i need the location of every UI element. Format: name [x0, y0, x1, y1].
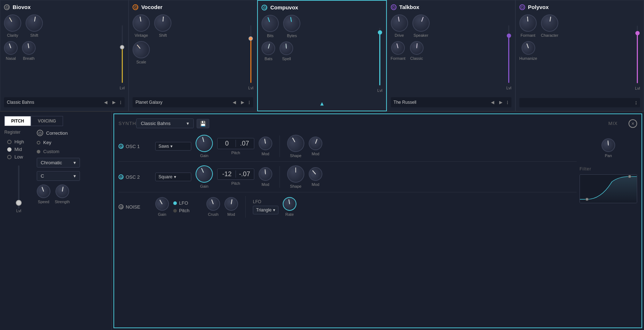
- osc2-power-icon[interactable]: ⏻: [118, 174, 124, 179]
- polyvox-settings-icon[interactable]: ⫶: [635, 100, 637, 106]
- save-preset-button[interactable]: 💾: [197, 119, 209, 128]
- lfo-toggle[interactable]: LFO: [173, 200, 202, 206]
- register-low[interactable]: Low: [7, 154, 33, 160]
- osc1-power-icon[interactable]: ⏻: [118, 144, 124, 149]
- osc1-type-dropdown[interactable]: Saws ▾: [155, 142, 191, 151]
- vocoder-settings-icon[interactable]: ⫶: [248, 99, 250, 105]
- pitch-lvl-track[interactable]: [18, 165, 19, 209]
- strength-knob[interactable]: [54, 183, 70, 199]
- vintage-knob[interactable]: [131, 13, 151, 33]
- osc1-fine[interactable]: .07: [238, 140, 251, 147]
- talkbox-next-btn[interactable]: ▶: [498, 99, 504, 106]
- osc1-semitone[interactable]: 0: [220, 140, 233, 147]
- compuvox-power-icon[interactable]: ⏻: [261, 5, 267, 10]
- vocoder-next-btn[interactable]: ▶: [240, 99, 246, 106]
- speed-knob-group[interactable]: Speed: [37, 184, 50, 204]
- formant-knob[interactable]: [390, 40, 407, 57]
- osc2-mod-knob[interactable]: [258, 166, 273, 181]
- character-knob[interactable]: [540, 13, 560, 33]
- synth-preset-dropdown[interactable]: Classic Bahns ▾: [136, 119, 194, 128]
- knob-formant-pv[interactable]: Formant: [519, 14, 537, 37]
- knob-vintage[interactable]: Vintage: [133, 14, 150, 37]
- knob-nasal[interactable]: Nasal: [4, 41, 18, 61]
- knob-drive[interactable]: Drive: [391, 14, 408, 37]
- knob-character[interactable]: Character: [541, 14, 558, 37]
- tab-voicing[interactable]: VOICING: [31, 116, 63, 126]
- key-dropdown[interactable]: C ▾: [37, 171, 80, 181]
- osc2-semitone[interactable]: -12: [220, 170, 233, 178]
- vocoder-lvl-slider[interactable]: [250, 25, 251, 83]
- noise-power-icon[interactable]: ⏻: [118, 204, 124, 209]
- correction-power-icon[interactable]: ⏻: [37, 130, 43, 136]
- vocoder-power-icon[interactable]: ⏻: [133, 4, 138, 10]
- drive-knob[interactable]: [389, 13, 410, 33]
- filter-display[interactable]: [580, 174, 637, 203]
- talkbox-lvl-slider[interactable]: [508, 25, 509, 83]
- osc2-gain-knob[interactable]: [193, 162, 216, 186]
- knob-breath[interactable]: Breath: [22, 41, 36, 61]
- bits-knob[interactable]: [259, 12, 282, 35]
- custom-radio-dot[interactable]: [37, 150, 40, 153]
- osc2-shape-mod-knob[interactable]: [306, 164, 325, 184]
- chromatic-dropdown[interactable]: Chromatic ▾: [37, 158, 80, 168]
- register-mid[interactable]: Mid: [7, 147, 33, 152]
- classic-knob[interactable]: [409, 40, 424, 55]
- compuvox-lvl-slider[interactable]: [379, 28, 380, 85]
- osc1-gain-knob[interactable]: [194, 133, 215, 154]
- humanize-knob[interactable]: [519, 39, 537, 57]
- knob-spell[interactable]: Spell: [279, 41, 293, 61]
- compuvox-expand-icon[interactable]: ▲: [319, 101, 325, 107]
- breath-knob[interactable]: [21, 40, 37, 56]
- lfo-type-dropdown[interactable]: Triangle ▾: [253, 206, 278, 214]
- scale-knob[interactable]: [129, 37, 153, 62]
- osc1-shape-mod-knob[interactable]: [307, 135, 325, 152]
- noise-rate-knob[interactable]: [282, 196, 298, 212]
- osc2-type-dropdown[interactable]: Square ▾: [155, 173, 191, 181]
- knob-clarity[interactable]: Clarity: [4, 14, 21, 37]
- biovox-next-btn[interactable]: ▶: [111, 99, 117, 106]
- polyvox-lvl-slider[interactable]: [637, 26, 638, 83]
- biovox-settings-icon[interactable]: ⫶: [119, 99, 122, 105]
- biovox-prev-btn[interactable]: ◀: [103, 99, 109, 106]
- talkbox-settings-icon[interactable]: ⫶: [506, 99, 509, 105]
- noise-crush-knob[interactable]: [205, 195, 222, 213]
- pitch-toggle[interactable]: Pitch: [173, 208, 202, 213]
- formant-pv-knob[interactable]: [519, 14, 537, 32]
- clarity-knob[interactable]: [1, 11, 24, 35]
- pitch-lvl-thumb[interactable]: [16, 200, 22, 206]
- tab-pitch[interactable]: PITCH: [4, 116, 31, 126]
- knob-shift[interactable]: Shift: [26, 14, 43, 37]
- knob-bats[interactable]: Bats: [261, 41, 275, 61]
- knob-speaker[interactable]: Speaker: [412, 14, 430, 37]
- polyvox-power-icon[interactable]: ⏻: [519, 4, 525, 10]
- osc1-shape-knob[interactable]: [284, 131, 308, 155]
- register-high[interactable]: High: [7, 139, 33, 144]
- biovox-power-icon[interactable]: ⏻: [4, 4, 10, 10]
- nasal-knob[interactable]: [2, 39, 20, 57]
- osc2-fine[interactable]: -.07: [238, 170, 251, 178]
- vocoder-prev-btn[interactable]: ◀: [231, 99, 237, 106]
- noise-gain-knob[interactable]: [153, 195, 171, 213]
- noise-mod-knob[interactable]: [223, 196, 239, 212]
- speed-knob[interactable]: [35, 183, 53, 200]
- vocoder-shift-knob[interactable]: [153, 14, 172, 32]
- osc2-shape-knob[interactable]: [287, 165, 304, 183]
- talkbox-power-icon[interactable]: ⏻: [391, 4, 397, 10]
- spell-knob[interactable]: [279, 41, 294, 55]
- osc1-mod-knob[interactable]: [258, 135, 273, 151]
- bytes-knob[interactable]: [282, 13, 302, 34]
- knob-humanize[interactable]: Humanize: [519, 41, 537, 61]
- shift-knob[interactable]: [24, 13, 44, 33]
- biovox-lvl-slider[interactable]: [122, 25, 123, 83]
- speaker-knob[interactable]: [410, 12, 432, 34]
- knob-scale[interactable]: Scale: [133, 41, 150, 64]
- knob-formant[interactable]: Formant: [391, 41, 406, 61]
- knob-classic[interactable]: Classic: [410, 41, 424, 61]
- talkbox-prev-btn[interactable]: ◀: [489, 99, 496, 106]
- knob-vocoder-shift[interactable]: Shift: [154, 14, 171, 37]
- synth-close-button[interactable]: ×: [629, 119, 637, 128]
- strength-knob-group[interactable]: Strength: [55, 184, 70, 204]
- knob-bits[interactable]: Bits: [261, 15, 279, 38]
- bats-knob[interactable]: [260, 40, 277, 57]
- key-radio-dot[interactable]: [37, 141, 40, 144]
